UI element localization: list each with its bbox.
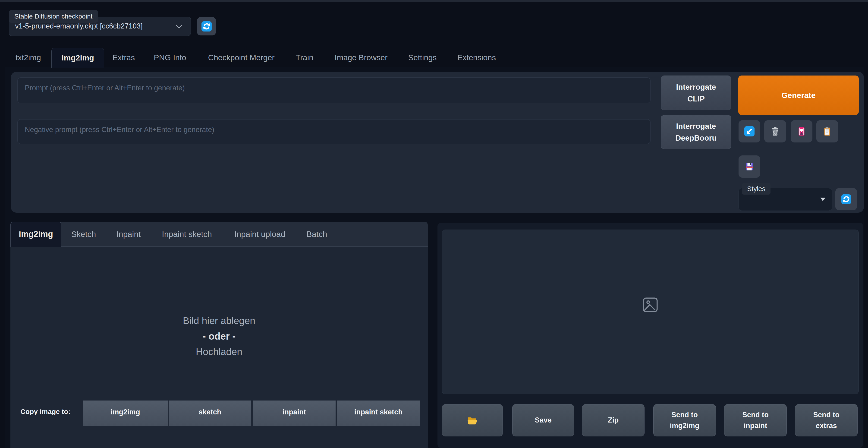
- img2img-source-panel: img2img Sketch Inpaint Inpaint sketch In…: [10, 222, 428, 448]
- refresh-icon: [201, 21, 212, 32]
- interrogate-clip-line2: CLIP: [687, 93, 705, 105]
- tab-image-browser[interactable]: Image Browser: [335, 48, 388, 67]
- interrogate-clip-line1: Interrogate: [676, 81, 716, 93]
- caret-down-icon: [820, 198, 826, 201]
- copy-to-sketch-button[interactable]: sketch: [168, 400, 251, 426]
- send-to-img2img-line1: Send to: [671, 410, 698, 420]
- tab-settings[interactable]: Settings: [408, 48, 437, 67]
- window-top-strip: [0, 0, 868, 2]
- negative-prompt-input[interactable]: [18, 119, 651, 144]
- copy-image-to-label: Copy image to:: [20, 400, 71, 423]
- zip-label: Zip: [608, 415, 619, 426]
- refresh-icon: [841, 194, 851, 204]
- mode-tab-batch[interactable]: Batch: [306, 222, 327, 246]
- open-folder-button[interactable]: [442, 404, 503, 437]
- generate-button[interactable]: Generate: [738, 76, 859, 115]
- interrogate-deepbooru-button[interactable]: Interrogate DeepBooru: [661, 115, 731, 149]
- dropzone-line3: Hochladen: [10, 344, 428, 359]
- copy-to-img2img-button[interactable]: img2img: [83, 400, 168, 426]
- tab-underline: [5, 67, 864, 67]
- prompt-input[interactable]: [18, 78, 651, 103]
- extra-networks-button[interactable]: [790, 120, 812, 143]
- send-to-inpaint-button[interactable]: Send to inpaint: [724, 404, 787, 437]
- img2img-tab-content: Interrogate CLIP Interrogate DeepBooru G…: [5, 67, 864, 448]
- save-label: Save: [535, 415, 551, 426]
- styles-refresh-button[interactable]: [835, 188, 857, 210]
- apply-styles-button[interactable]: [816, 120, 838, 143]
- checkpoint-refresh-button[interactable]: [197, 17, 216, 35]
- clipboard-icon: [822, 126, 833, 137]
- tab-txt2img[interactable]: txt2img: [16, 48, 41, 67]
- mode-tab-inpaint[interactable]: Inpaint: [116, 222, 141, 246]
- save-style-button[interactable]: [739, 155, 760, 178]
- chevron-down-icon: [176, 22, 182, 29]
- mode-tab-sketch[interactable]: Sketch: [71, 222, 96, 246]
- image-placeholder-icon: [642, 296, 659, 313]
- tab-png-info[interactable]: PNG Info: [154, 48, 186, 67]
- send-to-img2img-line2: img2img: [670, 420, 699, 431]
- send-to-img2img-button[interactable]: Send to img2img: [653, 404, 716, 437]
- trash-icon: [770, 126, 780, 137]
- mode-tab-inpaint-sketch[interactable]: Inpaint sketch: [162, 222, 212, 246]
- extra-networks-card-icon: [796, 126, 807, 137]
- send-to-inpaint-line2: inpaint: [744, 420, 767, 431]
- result-gallery: [442, 230, 859, 394]
- interrogate-clip-button[interactable]: Interrogate CLIP: [661, 76, 731, 110]
- copy-to-inpaint-sketch-button[interactable]: inpaint sketch: [337, 400, 420, 426]
- interrogate-deepbooru-line1: Interrogate: [676, 120, 716, 132]
- folder-icon: [466, 414, 478, 426]
- send-to-extras-line2: extras: [816, 420, 837, 431]
- dropzone-line1: Bild hier ablegen: [10, 313, 428, 328]
- zip-button[interactable]: Zip: [582, 404, 645, 437]
- dropzone-line2: - oder -: [10, 328, 428, 344]
- prompt-row-panel: Interrogate CLIP Interrogate DeepBooru G…: [11, 72, 864, 213]
- tab-checkpoint-merger[interactable]: Checkpoint Merger: [208, 48, 274, 67]
- clear-prompt-button[interactable]: [764, 120, 786, 143]
- tab-train[interactable]: Train: [296, 48, 313, 67]
- styles-label: Styles: [742, 183, 771, 195]
- mode-tab-inpaint-upload[interactable]: Inpaint upload: [235, 222, 285, 246]
- output-panel: Save Zip Send to img2img Send to inpaint…: [437, 222, 863, 448]
- generate-label: Generate: [781, 91, 815, 100]
- paste-arrow-icon: [744, 126, 755, 137]
- paste-parameters-button[interactable]: [739, 120, 760, 143]
- tab-extensions[interactable]: Extensions: [457, 48, 496, 67]
- send-to-extras-line1: Send to: [813, 410, 839, 420]
- save-button[interactable]: Save: [512, 404, 574, 437]
- send-to-extras-button[interactable]: Send to extras: [795, 404, 858, 437]
- tab-extras[interactable]: Extras: [113, 48, 135, 67]
- floppy-disk-icon: [744, 161, 755, 172]
- mode-tab-img2img[interactable]: img2img: [10, 222, 61, 247]
- tab-img2img[interactable]: img2img: [52, 48, 104, 68]
- interrogate-deepbooru-line2: DeepBooru: [676, 132, 717, 144]
- copy-to-inpaint-button[interactable]: inpaint: [253, 400, 336, 426]
- checkpoint-label: Stable Diffusion checkpoint: [9, 10, 98, 23]
- send-to-inpaint-line1: Send to: [742, 410, 769, 420]
